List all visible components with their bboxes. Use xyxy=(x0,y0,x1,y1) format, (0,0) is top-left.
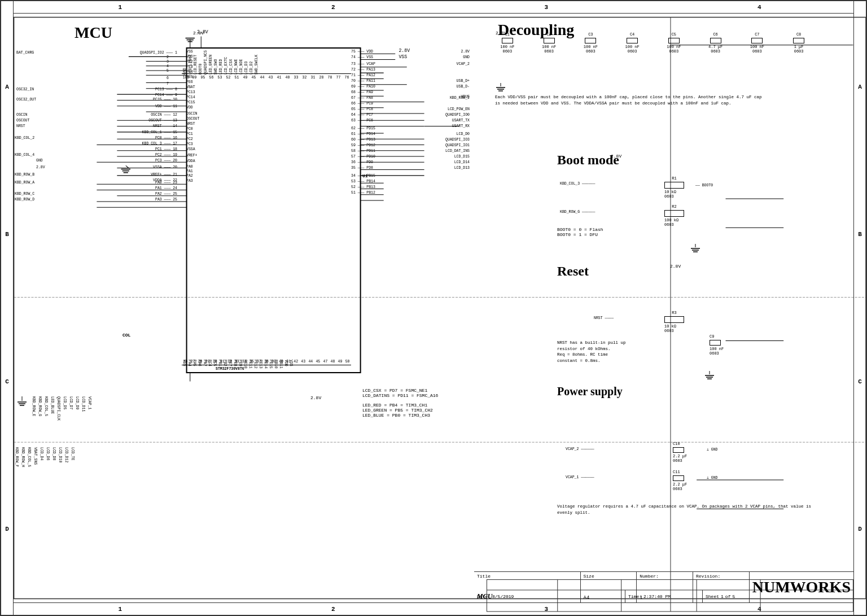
reset-gnd xyxy=(704,371,715,384)
title-date-row: Date: 8/5/2019 Time: 2:37:40 PM Sheet 1 … xyxy=(474,590,853,602)
svg-rect-6 xyxy=(187,48,361,373)
boot-boot0-label: ── BOOT0 xyxy=(695,184,713,187)
bottom-pin-numbers: 26 27 28 29 30 31 32 33 34 35 37 38 39 4… xyxy=(182,359,351,365)
row-b: B xyxy=(5,161,9,308)
vdd-pin: VDD xyxy=(186,106,193,110)
ic-notes: LCD_CSX = PD7 = FSMC_NE1 LCD_DATINS = PD… xyxy=(362,388,571,418)
reset-title: Reset xyxy=(557,264,589,279)
pe5-pin: PE5 xyxy=(186,75,193,79)
time-cell: Time: 2:37:40 PM xyxy=(625,590,703,602)
oscin-pin: OSCIN xyxy=(186,112,198,116)
row-c-r: C xyxy=(858,308,862,456)
vss-pin-1: VSS xyxy=(186,50,193,54)
pe4-pin: PE4 xyxy=(186,70,193,74)
svg-text:VSS: VSS xyxy=(399,54,407,59)
decoupling-caps-row: C1 100 nF 0603 C2 100 nF 0603 C3 100 nF … xyxy=(487,32,820,54)
vcap1-net-label: VCAP_1 ────── xyxy=(566,475,594,479)
vcap1-2.8v: 2.8V xyxy=(310,395,321,400)
row-a: A xyxy=(5,14,9,161)
c11-gnd: ⊥ GND xyxy=(707,475,718,480)
pe2-pin: PE2 xyxy=(186,60,193,64)
bottom-signal-row1: KBD_ROW_E KBD_ROW_G KBD_COL_5 LED_BLUE Q… xyxy=(14,396,358,433)
r3-component: R3 10 kΩ 0603 xyxy=(664,311,684,333)
boot-notes: BOOT0 = 0 = Flash BOOT0 = 1 = DFU xyxy=(557,227,603,237)
c10-component: C10 2.2 μF 0603 xyxy=(673,442,687,463)
vssa-pin: VSSA xyxy=(186,147,195,151)
date-value: 8/5/2019 xyxy=(492,594,514,599)
boot-gnd xyxy=(690,244,701,257)
col-1: 1 xyxy=(14,4,227,11)
pa1-pin: PA1 xyxy=(186,169,193,173)
reset-note: NRST has a built-in pull up resistor of … xyxy=(557,340,626,364)
pe3-pin: PE3 xyxy=(186,65,193,69)
row-d: D xyxy=(5,455,9,602)
col-4: 4 xyxy=(653,4,866,11)
decoupling-note: Each VDD/VSS pair must be decoupled with… xyxy=(495,94,766,106)
number-label: Number: xyxy=(640,574,690,579)
schematic-svg: 2.8V xyxy=(1,1,866,615)
vdd-label-1: 2.8V xyxy=(193,30,204,36)
pc13-pin: PC13 xyxy=(186,90,195,94)
note-4: LED_GREEN = PB5 = TIM3_CH2 xyxy=(362,408,571,413)
grid-left: A B C D xyxy=(1,1,14,615)
dec-gnd-symbol xyxy=(495,83,506,95)
note-5: LED_BLUE = PB0 = TIM3_CH3 xyxy=(362,413,571,418)
note-2: LCD_DATINS = PD11 = FSMC_A16 xyxy=(362,393,571,398)
c9-component: C9 100 nF 0603 xyxy=(710,334,724,356)
pa0-pin: PA0 xyxy=(186,165,193,169)
revision-label: Revision: xyxy=(696,574,746,579)
grid-top: 1 2 3 4 xyxy=(1,1,866,14)
power-note: Voltage regulator requires a 4.7 uF capa… xyxy=(557,504,817,515)
ic-u1-label: U1 xyxy=(362,173,368,178)
boot-note-1: BOOT0 = 0 = Flash xyxy=(557,227,603,232)
title-label: Title xyxy=(477,574,577,579)
pc3-pin: PC3 xyxy=(186,142,193,146)
oscout-pin: OSCOUT xyxy=(186,117,199,121)
col-1-bot: 1 xyxy=(14,606,227,613)
col-2: 2 xyxy=(227,4,440,11)
grid-bottom: 1 2 3 4 xyxy=(1,602,866,615)
date-cell: Date: 8/5/2019 xyxy=(474,590,625,602)
svg-line-80 xyxy=(126,165,129,168)
pe6-pin: PE6 xyxy=(186,80,193,84)
pa2-pin: PA2 xyxy=(186,174,193,178)
size-label: Size xyxy=(584,574,634,579)
col-label-detected: COL xyxy=(122,333,130,338)
pa3-pin: PA3 xyxy=(186,179,193,183)
boot-mode-title: Boot mode xyxy=(557,152,619,168)
col-3: 3 xyxy=(440,4,653,11)
reset-nrst-label: NRST ──── xyxy=(594,316,614,320)
sheet-value: 1 xyxy=(721,594,724,599)
pc14-pin: PC14 xyxy=(186,95,195,99)
vss-pin-2: VDD xyxy=(186,55,193,59)
sheet-cell: Sheet 1 of 5 xyxy=(703,590,853,602)
vref-pin: VREF+ xyxy=(186,154,198,158)
row-b-r: B xyxy=(858,161,862,308)
pc15-pin: PC15 xyxy=(186,101,195,104)
vbat-pin: VBAT xyxy=(186,85,195,89)
svg-text:2.8V: 2.8V xyxy=(399,48,410,53)
vcap2-net-label: VCAP_2 ────── xyxy=(566,447,594,451)
col-3-bot: 3 xyxy=(440,606,653,613)
bottom-signal-row2: KBD_ROW_F KBD_ROW_H KBD_COL_5 VBAT_SNS L… xyxy=(14,447,358,484)
note-1: LCD_CSX = PD7 = FSMC_NE1 xyxy=(362,388,571,393)
sheet-total: 5 xyxy=(732,594,735,599)
r1-component: R1 10 kΩ 0603 xyxy=(664,176,684,199)
pc0-pin: PC0 xyxy=(186,127,193,131)
mcu-title: MCU xyxy=(75,24,112,42)
row-c: C xyxy=(5,308,9,456)
boot-kbd-row-g: KBD_ROW_G ────── xyxy=(560,210,595,214)
c11-component: C11 2.2 μF 0603 xyxy=(673,470,687,491)
top-pin-numbers: 100 99 95 56 53 52 51 49 45 44 43 41 40 … xyxy=(182,73,351,81)
pc1-pin: PC1 xyxy=(186,132,193,136)
r2-component: R2 100 kΩ 0603 xyxy=(664,204,684,227)
row-a-r: A xyxy=(858,14,862,161)
c10-gnd: ⊥ GND xyxy=(707,447,718,452)
boot-kbd-col-3: KBD_COL_3 ────── xyxy=(560,182,595,186)
grid-right: A B C D xyxy=(853,1,866,615)
nrst-pin: NRST xyxy=(186,122,195,126)
col-2-bot: 2 xyxy=(227,606,440,613)
schematic-container: 1 2 3 4 1 2 3 4 A B C D A B C D xyxy=(0,0,867,616)
col-4-bot: 4 xyxy=(653,606,866,613)
pc2-pin: PC2 xyxy=(186,137,193,141)
